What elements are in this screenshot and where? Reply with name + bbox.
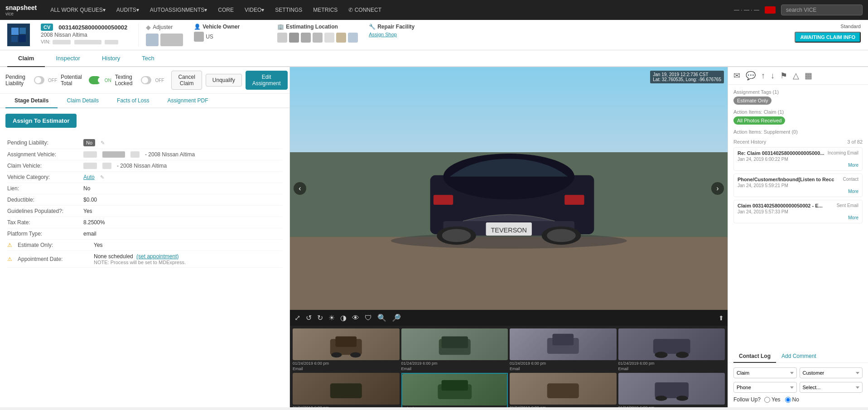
upload-photo-button[interactable]: ⬆ — [719, 314, 724, 322]
nav-audits[interactable]: AUDITS ▾ — [112, 0, 144, 20]
contrast-button[interactable]: ◑ — [339, 313, 347, 323]
thumbnail-7[interactable]: 01/24/2019 6:00 pm Email — [510, 373, 617, 407]
follow-up-no-radio[interactable] — [785, 397, 791, 403]
brightness-button[interactable]: ☀ — [328, 313, 336, 323]
assign-to-estimator-button[interactable]: Assign To Estimator — [5, 114, 77, 128]
potential-on-label: ON — [105, 78, 111, 83]
all-photos-received-badge[interactable]: All Photos Received — [733, 116, 785, 125]
estimate-only-tag[interactable]: Estimate Only — [733, 96, 772, 105]
photo-nav-right-button[interactable]: › — [711, 182, 724, 195]
shield-button[interactable]: 🛡 — [364, 313, 373, 323]
texting-locked-toggle[interactable] — [141, 76, 151, 84]
history-item-2-more[interactable]: More — [738, 189, 858, 194]
eye-button[interactable]: 👁 — [351, 313, 360, 323]
assign-shop-link[interactable]: Assign Shop — [369, 32, 441, 37]
rotate-right-button[interactable]: ↻ — [316, 313, 324, 323]
thumbnail-6[interactable]: 01/24/2019 6:00 pm Email — [401, 373, 508, 407]
vehicle-category-value[interactable]: Auto — [83, 174, 95, 180]
svg-rect-17 — [335, 337, 357, 347]
upload-icon-button[interactable]: ↑ — [761, 71, 765, 81]
tab-history[interactable]: History — [91, 50, 131, 67]
field-appointment-date: ⚠ Appointment Date: None scheduled (set … — [7, 251, 282, 268]
contact-log-tab[interactable]: Contact Log — [733, 350, 776, 363]
svg-rect-29 — [441, 380, 468, 391]
deductible-value: $0.00 — [83, 197, 282, 203]
follow-up-no-label[interactable]: No — [785, 396, 799, 403]
svg-rect-1 — [19, 28, 26, 34]
thumbnail-3[interactable]: 01/24/2019 6:00 pm Email — [510, 328, 617, 371]
svg-rect-21 — [441, 337, 468, 348]
expand-photo-button[interactable]: ⤢ — [294, 313, 301, 323]
nav-metrics[interactable]: METRICS — [309, 0, 342, 20]
add-comment-tab[interactable]: Add Comment — [776, 350, 822, 363]
contact-log-recipient-select[interactable]: Customer — [800, 367, 863, 378]
chat-icon-button[interactable]: 💬 — [746, 71, 756, 81]
follow-up-yes-label[interactable]: Yes — [764, 396, 781, 403]
thumbnail-4[interactable]: 01/24/2019 6:00 pm Email — [618, 328, 725, 371]
zoom-in-button[interactable]: 🔍 — [376, 313, 387, 323]
inner-tab-assignment-pdf[interactable]: Assignment PDF — [158, 94, 217, 108]
field-assignment-vehicle: Assignment Vehicle: - 2008 Nissan Altima — [7, 149, 282, 160]
claim-number: 003140258000000050002 — [58, 24, 127, 31]
photo-nav-left-button[interactable]: ‹ — [294, 182, 306, 195]
alert-icon-button[interactable]: △ — [793, 71, 799, 81]
thumbnail-8[interactable]: 01/24/2019 6:00 pm Email — [618, 373, 725, 407]
svg-point-15 — [547, 229, 576, 242]
field-lien: Lien: No — [7, 183, 282, 194]
nav-connect[interactable]: ✆ CONNECT — [344, 0, 386, 20]
pending-liability-toggle[interactable] — [34, 76, 44, 84]
edit-assignment-button[interactable]: Edit Assignment — [246, 71, 288, 90]
rotate-left-button[interactable]: ↺ — [305, 313, 313, 323]
zoom-out-button[interactable]: 🔎 — [391, 313, 402, 323]
potential-total-toggle[interactable] — [89, 76, 101, 84]
search-input[interactable] — [781, 5, 863, 15]
flag-icon-button[interactable]: ⚑ — [780, 71, 787, 81]
inner-tab-facts-of-loss[interactable]: Facts of Loss — [108, 94, 158, 108]
set-appointment-link[interactable]: (set appointment) — [136, 253, 178, 260]
tab-claim[interactable]: Claim — [7, 50, 45, 67]
potential-total-toggle-group: Potential Total ON — [61, 74, 111, 87]
svg-rect-30 — [547, 383, 579, 398]
tab-tech[interactable]: Tech — [131, 50, 165, 67]
inner-tab-stage-details[interactable]: Stage Details — [5, 94, 58, 108]
email-icon-button[interactable]: ✉ — [733, 71, 740, 81]
cancel-claim-button[interactable]: Cancel Claim — [171, 71, 202, 90]
inner-tab-claim-details[interactable]: Claim Details — [58, 94, 108, 108]
vehicle-owner-section: 👤 Vehicle Owner US — [194, 24, 266, 42]
awaiting-claim-info-badge[interactable]: AWAITING CLAIM INFO — [795, 32, 861, 43]
appointment-note: NOTE: Process will be set to MDExpress. — [94, 260, 186, 265]
thumbnail-1[interactable]: 01/24/2019 6:00 pm Email — [293, 328, 400, 371]
recent-history-section: Recent History 3 of 82 Re: Claim 0031402… — [733, 139, 863, 223]
grid-icon-button[interactable]: ▦ — [805, 71, 812, 81]
nav-video[interactable]: VIDEO ▾ — [240, 0, 269, 20]
nav-core[interactable]: CORE — [213, 0, 238, 20]
nav-autoassignments[interactable]: AUTOASSIGNMENTS ▾ — [145, 0, 212, 20]
follow-up-radio-group: Yes No — [764, 396, 799, 403]
tab-inspector[interactable]: Inspector — [45, 50, 91, 67]
texting-off-label: OFF — [155, 78, 164, 83]
claim-vin: VIN: — [41, 39, 127, 44]
edit-vehicle-category-icon[interactable]: ✎ — [100, 174, 104, 180]
field-claim-vehicle: Claim Vehicle: - 2008 Nissan Altima — [7, 160, 282, 172]
nav-all-work-queues[interactable]: ALL WORK QUEUES ▾ — [46, 0, 110, 20]
guidelines-populated-value: Yes — [83, 208, 282, 214]
contact-log-type-select[interactable]: Claim — [733, 367, 797, 378]
svg-point-33 — [676, 396, 688, 401]
history-item-3-more[interactable]: More — [738, 215, 858, 220]
follow-up-yes-radio[interactable] — [764, 397, 770, 403]
appointment-none: None scheduled — [94, 253, 133, 260]
thumbnail-5[interactable]: 01/24/2019 6:00 pm Email — [293, 373, 400, 407]
edit-pending-liability-icon[interactable]: ✎ — [101, 140, 105, 146]
thumbnail-2[interactable]: 01/24/2019 6:00 pm Email — [401, 328, 508, 371]
contact-log-method-select[interactable]: Phone — [733, 382, 797, 393]
pending-liability-toggle-group: Pending Liability OFF — [5, 74, 57, 87]
history-item-3: Claim 003140258000000050002 - E... Sent … — [733, 200, 863, 223]
history-item-1-more[interactable]: More — [738, 163, 858, 168]
nav-settings[interactable]: SETTINGS — [270, 0, 307, 20]
contact-log-sub-select[interactable]: Select... — [800, 382, 863, 393]
unqualify-button[interactable]: Unqualify — [206, 74, 242, 87]
download-icon-button[interactable]: ↓ — [771, 71, 775, 81]
pending-liability-value: No — [83, 139, 95, 146]
svg-rect-24 — [653, 339, 690, 354]
vehicle-owner-country: US — [206, 34, 213, 40]
